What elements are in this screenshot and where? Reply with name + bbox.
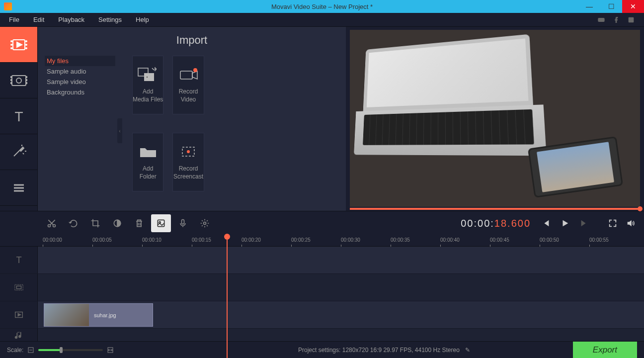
cut-button[interactable]: [42, 214, 62, 232]
time-mark: 00:00:10: [142, 237, 161, 243]
audio-track-head[interactable]: [0, 329, 38, 342]
video-track[interactable]: suhar.jpg: [0, 301, 644, 329]
rotate-button[interactable]: [64, 214, 83, 232]
import-item-backgrounds[interactable]: Backgrounds: [45, 87, 115, 97]
svg-rect-15: [26, 80, 27, 81]
time-mark: 00:00:30: [341, 237, 360, 243]
timecode-prefix: 00:00:: [461, 218, 494, 229]
minimize-button[interactable]: —: [578, 0, 600, 13]
import-title: Import: [38, 27, 346, 51]
zoom-fit-icon[interactable]: [107, 347, 114, 354]
timecode-display: 00:00:18.600: [461, 217, 531, 229]
import-sidebar: My files Sample audio Sample video Backg…: [38, 51, 122, 211]
add-media-files-tile[interactable]: Add Media Files: [132, 56, 163, 114]
zoom-out-icon[interactable]: [27, 347, 34, 354]
tile-label: Record Video: [179, 88, 198, 103]
import-mode[interactable]: [0, 27, 37, 63]
color-button[interactable]: [107, 214, 127, 232]
svg-rect-11: [11, 77, 12, 78]
svg-rect-38: [16, 286, 21, 289]
svg-point-24: [146, 76, 148, 78]
import-item-sampleaudio[interactable]: Sample audio: [45, 66, 115, 77]
preview-scrubber[interactable]: [350, 208, 640, 210]
svg-point-5: [11, 48, 12, 49]
titles-mode[interactable]: T: [0, 98, 37, 134]
record-video-tile[interactable]: Record Video: [172, 56, 204, 114]
tile-label: Record Screencast: [173, 165, 203, 180]
export-button[interactable]: Export: [573, 342, 637, 358]
video-clip[interactable]: suhar.jpg: [44, 303, 153, 327]
menu-edit[interactable]: Edit: [33, 16, 44, 23]
svg-point-6: [26, 41, 27, 42]
close-button[interactable]: ✕: [622, 0, 644, 13]
scale-slider[interactable]: [38, 349, 103, 351]
effects-mode[interactable]: [0, 134, 37, 170]
youtube-icon[interactable]: [597, 16, 605, 24]
svg-point-26: [193, 68, 197, 72]
crop-button[interactable]: [85, 214, 105, 232]
time-ruler[interactable]: 00:00:0000:00:0500:00:1000:00:1500:00:20…: [0, 235, 644, 247]
add-folder-tile[interactable]: Add Folder: [132, 133, 163, 191]
overlay-track[interactable]: [0, 274, 644, 301]
more-mode[interactable]: [0, 170, 37, 206]
clip-label: suhar.jpg: [89, 312, 116, 318]
app-icon: [4, 2, 12, 10]
tile-label: Add Media Files: [133, 88, 163, 103]
title-track[interactable]: T: [0, 247, 644, 274]
time-mark: 00:00:15: [192, 237, 211, 243]
title-track-head[interactable]: T: [0, 247, 38, 273]
prev-button[interactable]: [541, 218, 552, 229]
time-mark: 00:00:50: [540, 237, 559, 243]
time-mark: 00:00:05: [92, 237, 112, 243]
preview-panel: [346, 27, 644, 211]
timecode-suffix: 18.600: [494, 218, 531, 229]
svg-rect-12: [11, 80, 12, 81]
menu-file[interactable]: File: [9, 16, 19, 23]
overlay-track-head[interactable]: [0, 274, 38, 301]
maximize-button[interactable]: ☐: [600, 0, 622, 13]
time-mark: 00:00:35: [391, 237, 410, 243]
main-area: T Import My files Sample audio Sample vi…: [0, 27, 644, 211]
voiceover-button[interactable]: [173, 214, 193, 232]
share-icon[interactable]: [627, 16, 635, 24]
tile-label: Add Folder: [140, 165, 157, 180]
svg-point-4: [11, 44, 12, 45]
filters-mode[interactable]: [0, 63, 37, 98]
delete-button[interactable]: [129, 214, 149, 232]
time-mark: 00:00:25: [291, 237, 311, 243]
time-mark: 00:00:20: [242, 237, 261, 243]
time-mark: 00:00:40: [440, 237, 460, 243]
fullscreen-button[interactable]: [607, 218, 618, 229]
settings-button[interactable]: [195, 214, 215, 232]
preview-video[interactable]: [350, 30, 640, 207]
tracks: T suhar.jpg: [0, 247, 644, 343]
menu-settings[interactable]: Settings: [98, 16, 122, 23]
video-track-head[interactable]: [0, 301, 38, 328]
import-item-myfiles[interactable]: My files: [45, 56, 115, 66]
svg-rect-23: [144, 73, 154, 81]
statusbar: Scale: Project settings: 1280x720 16:9 2…: [0, 341, 644, 358]
import-item-samplevideo[interactable]: Sample video: [45, 77, 115, 87]
svg-point-28: [187, 150, 190, 153]
play-button[interactable]: [560, 218, 570, 229]
next-button[interactable]: [578, 218, 589, 229]
volume-button[interactable]: [625, 218, 636, 229]
svg-rect-0: [598, 18, 604, 22]
properties-button[interactable]: [151, 214, 171, 232]
project-settings-text: Project settings: 1280x720 16:9 29.97 FP…: [298, 347, 470, 354]
preview-content: [361, 34, 536, 156]
svg-marker-40: [18, 313, 21, 316]
svg-rect-34: [182, 219, 184, 224]
facebook-icon[interactable]: [612, 16, 620, 24]
collapse-handle[interactable]: ‹: [117, 118, 122, 143]
edit-settings-icon[interactable]: ✎: [465, 347, 470, 354]
record-screencast-tile[interactable]: Record Screencast: [172, 133, 204, 191]
timeline: 00:00:0000:00:0500:00:1000:00:1500:00:20…: [0, 235, 644, 343]
svg-point-17: [16, 78, 21, 83]
menu-help[interactable]: Help: [136, 16, 149, 23]
svg-rect-25: [180, 71, 192, 79]
playhead[interactable]: [227, 235, 228, 358]
menu-playback[interactable]: Playback: [58, 16, 84, 23]
audio-track[interactable]: [0, 329, 644, 343]
clip-thumbnail: [44, 304, 89, 326]
